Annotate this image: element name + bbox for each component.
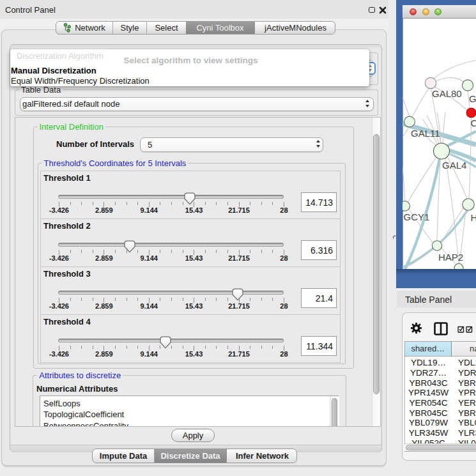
svg-text:GCY1: GCY1 xyxy=(404,211,430,222)
svg-text:HAP2: HAP2 xyxy=(438,252,463,263)
svg-text:HI: HI xyxy=(471,211,476,222)
svg-text:CY: CY xyxy=(471,117,476,128)
svg-text:GAL80: GAL80 xyxy=(432,88,462,99)
svg-text:GAL11: GAL11 xyxy=(411,127,440,138)
svg-text:GA: GA xyxy=(469,93,476,104)
svg-text:GAL4: GAL4 xyxy=(442,159,466,170)
